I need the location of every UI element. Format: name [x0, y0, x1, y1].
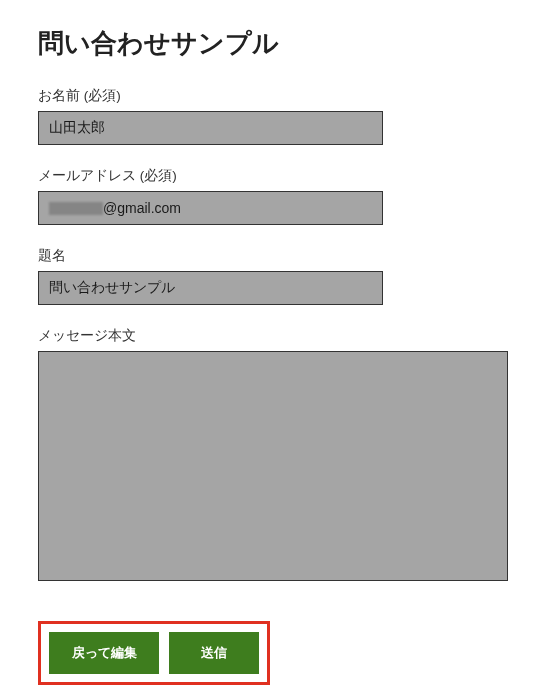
message-label: メッセージ本文: [38, 327, 512, 345]
button-highlight-box: 戻って編集 送信: [38, 621, 270, 685]
email-label: メールアドレス (必須): [38, 167, 512, 185]
name-value: 山田太郎: [49, 119, 105, 137]
name-field: お名前 (必須) 山田太郎: [38, 87, 512, 145]
subject-label: 題名: [38, 247, 512, 265]
back-edit-button[interactable]: 戻って編集: [49, 632, 159, 674]
page-title: 問い合わせサンプル: [38, 26, 512, 61]
subject-value: 問い合わせサンプル: [49, 279, 175, 297]
email-value-box: @gmail.com: [38, 191, 383, 225]
name-value-box: 山田太郎: [38, 111, 383, 145]
name-label: お名前 (必須): [38, 87, 512, 105]
subject-field: 題名 問い合わせサンプル: [38, 247, 512, 305]
email-redacted-portion: [49, 202, 103, 215]
message-value-box: [38, 351, 508, 581]
email-value-suffix: @gmail.com: [103, 200, 181, 216]
subject-value-box: 問い合わせサンプル: [38, 271, 383, 305]
submit-button[interactable]: 送信: [169, 632, 259, 674]
message-field: メッセージ本文: [38, 327, 512, 581]
email-field: メールアドレス (必須) @gmail.com: [38, 167, 512, 225]
